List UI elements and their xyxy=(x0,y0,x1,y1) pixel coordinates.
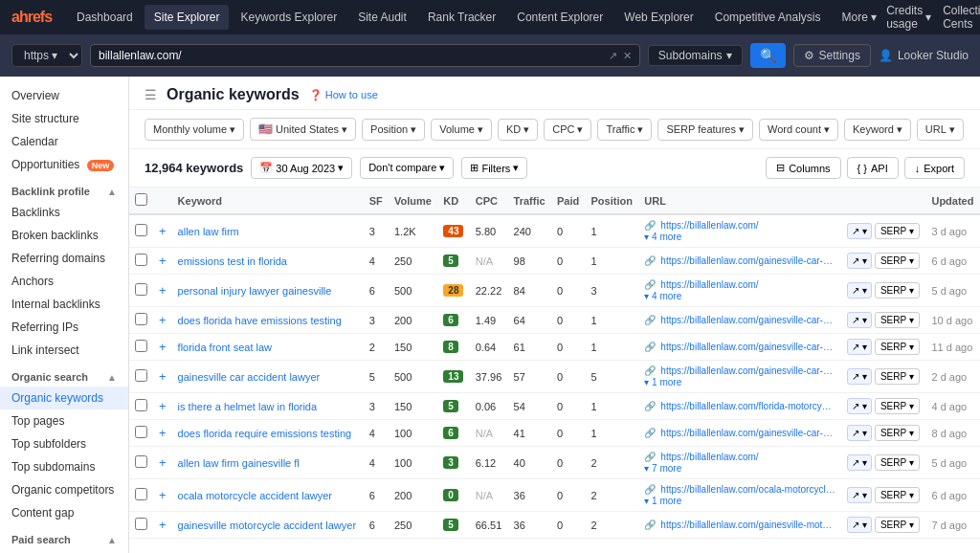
url-link-0[interactable]: https://billallenlaw.com/ xyxy=(660,220,758,231)
trend-btn-4[interactable]: ↗ ▾ xyxy=(847,339,872,355)
subdomains-select[interactable]: Subdomains ▾ xyxy=(648,45,743,66)
url-link-1[interactable]: https://billallenlaw.com/gainesville-car… xyxy=(660,255,835,266)
sidebar-item-referring-ips[interactable]: Referring IPs xyxy=(0,316,128,339)
keyword-link-3[interactable]: does florida have emissions testing xyxy=(178,315,342,326)
select-all-checkbox[interactable] xyxy=(135,193,147,206)
word-count-filter[interactable]: Word count ▾ xyxy=(759,119,838,141)
add-icon-2[interactable]: + xyxy=(159,283,167,298)
sidebar-item-top-pages[interactable]: Top pages xyxy=(0,409,128,432)
more-link-2[interactable]: ▾ 4 more xyxy=(644,291,835,301)
row-checkbox-5[interactable] xyxy=(135,369,147,382)
serp-btn-8[interactable]: SERP ▾ xyxy=(875,454,920,471)
more-link-9[interactable]: ▾ 1 more xyxy=(644,496,835,506)
th-paid[interactable]: Paid xyxy=(551,188,586,214)
trend-btn-10[interactable]: ↗ ▾ xyxy=(847,517,872,533)
nav-site-explorer[interactable]: Site Explorer xyxy=(145,5,230,30)
th-volume[interactable]: Volume xyxy=(389,188,437,214)
row-checkbox-8[interactable] xyxy=(135,455,147,468)
url-link-4[interactable]: https://billallenlaw.com/gainesville-car… xyxy=(660,342,835,352)
export-btn[interactable]: ↓ Export xyxy=(904,157,965,179)
credits-usage-btn[interactable]: Credits usage ▾ xyxy=(886,4,931,31)
date-filter-btn[interactable]: 📅 30 Aug 2023 ▾ xyxy=(251,157,352,179)
serp-btn-1[interactable]: SERP ▾ xyxy=(875,253,920,269)
row-checkbox-2[interactable] xyxy=(135,283,147,296)
section-organic-search[interactable]: Organic search ▲ xyxy=(0,362,128,387)
add-icon-4[interactable]: + xyxy=(159,340,167,354)
add-icon-3[interactable]: + xyxy=(159,313,167,327)
hamburger-icon[interactable]: ☰ xyxy=(145,87,157,102)
sidebar-item-top-subfolders[interactable]: Top subfolders xyxy=(0,432,128,455)
nav-site-audit[interactable]: Site Audit xyxy=(348,5,416,30)
sidebar-item-internal-backlinks[interactable]: Internal backlinks xyxy=(0,293,128,316)
row-checkbox-10[interactable] xyxy=(135,518,147,530)
url-link-5[interactable]: https://billallenlaw.com/gainesville-car… xyxy=(660,365,835,376)
volume-filter[interactable]: Volume ▾ xyxy=(431,119,492,141)
add-icon-5[interactable]: + xyxy=(159,369,167,384)
traffic-filter[interactable]: Traffic ▾ xyxy=(597,119,652,141)
sidebar-item-referring-domains[interactable]: Referring domains xyxy=(0,247,128,270)
keyword-link-6[interactable]: is there a helmet law in florida xyxy=(178,401,318,412)
serp-btn-9[interactable]: SERP ▾ xyxy=(875,487,920,503)
serp-btn-7[interactable]: SERP ▾ xyxy=(875,425,920,441)
section-paid-search[interactable]: Paid search ▲ xyxy=(0,524,128,549)
serp-btn-5[interactable]: SERP ▾ xyxy=(875,368,920,385)
sidebar-item-site-structure[interactable]: Site structure xyxy=(0,107,128,130)
sidebar-item-backlinks[interactable]: Backlinks xyxy=(0,201,128,224)
trend-btn-5[interactable]: ↗ ▾ xyxy=(847,368,872,385)
filters-btn[interactable]: ⊞ Filters ▾ xyxy=(461,157,527,179)
add-icon-8[interactable]: + xyxy=(159,455,167,470)
add-icon-9[interactable]: + xyxy=(159,488,167,502)
more-link-8[interactable]: ▾ 7 more xyxy=(644,463,835,474)
nav-rank-tracker[interactable]: Rank Tracker xyxy=(418,5,505,30)
url-link-6[interactable]: https://billallenlaw.com/florida-motorcy… xyxy=(660,401,835,411)
nav-content-explorer[interactable]: Content Explorer xyxy=(507,5,612,30)
th-position[interactable]: Position xyxy=(586,188,639,214)
trend-btn-3[interactable]: ↗ ▾ xyxy=(847,312,872,328)
search-button[interactable]: 🔍 xyxy=(750,43,786,68)
url-link-3[interactable]: https://billallenlaw.com/gainesville-car… xyxy=(660,315,835,325)
clear-url-icon[interactable]: ✕ xyxy=(623,50,632,62)
how-to-use-link[interactable]: ❓ How to use xyxy=(309,89,378,101)
sidebar-item-opportunities[interactable]: Opportunities New xyxy=(0,153,128,176)
sidebar-item-broken-backlinks[interactable]: Broken backlinks xyxy=(0,224,128,247)
sidebar-item-organic-competitors[interactable]: Organic competitors xyxy=(0,478,128,501)
row-checkbox-0[interactable] xyxy=(135,224,147,236)
serp-btn-0[interactable]: SERP ▾ xyxy=(875,223,920,239)
serp-btn-6[interactable]: SERP ▾ xyxy=(875,398,920,414)
url-filter[interactable]: URL ▾ xyxy=(917,119,964,141)
url-link-2[interactable]: https://billallenlaw.com/ xyxy=(660,279,758,290)
add-icon-6[interactable]: + xyxy=(159,399,167,413)
keyword-link-7[interactable]: does florida require emissions testing xyxy=(178,428,352,439)
add-icon-0[interactable]: + xyxy=(159,224,167,238)
add-icon-1[interactable]: + xyxy=(159,254,167,268)
columns-btn[interactable]: ⊟ Columns xyxy=(766,157,840,179)
keyword-link-1[interactable]: emissions test in florida xyxy=(178,255,287,267)
sidebar-item-link-intersect[interactable]: Link intersect xyxy=(0,339,128,362)
url-link-9[interactable]: https://billallenlaw.com/ocala-motorcycl… xyxy=(660,484,835,495)
sidebar-item-content-gap[interactable]: Content gap xyxy=(0,501,128,524)
monthly-volume-filter[interactable]: Monthly volume ▾ xyxy=(145,119,244,141)
add-icon-7[interactable]: + xyxy=(159,426,167,440)
country-filter[interactable]: 🇺🇸 United States ▾ xyxy=(250,118,356,141)
url-link-8[interactable]: https://billallenlaw.com/ xyxy=(660,452,758,462)
keyword-link-8[interactable]: allen law firm gainesville fl xyxy=(178,457,300,469)
keyword-link-9[interactable]: ocala motorcycle accident lawyer xyxy=(178,490,332,501)
nav-web-explorer[interactable]: Web Explorer xyxy=(614,5,702,30)
trend-btn-1[interactable]: ↗ ▾ xyxy=(847,253,872,269)
protocol-select[interactable]: https ▾ xyxy=(11,44,82,67)
row-checkbox-1[interactable] xyxy=(135,254,147,266)
serp-btn-2[interactable]: SERP ▾ xyxy=(875,282,920,299)
section-backlink-profile[interactable]: Backlink profile ▲ xyxy=(0,176,128,201)
collecting-cents-btn[interactable]: Collecting Cents xyxy=(943,4,980,31)
row-checkbox-9[interactable] xyxy=(135,488,147,500)
nav-more[interactable]: More ▾ xyxy=(832,5,886,30)
trend-btn-2[interactable]: ↗ ▾ xyxy=(847,282,872,299)
nav-dashboard[interactable]: Dashboard xyxy=(67,5,143,30)
url-link-7[interactable]: https://billallenlaw.com/gainesville-car… xyxy=(660,428,835,438)
sidebar-item-anchors[interactable]: Anchors xyxy=(0,270,128,293)
trend-btn-9[interactable]: ↗ ▾ xyxy=(847,487,872,503)
nav-keywords-explorer[interactable]: Keywords Explorer xyxy=(231,5,346,30)
nav-competitive-analysis[interactable]: Competitive Analysis xyxy=(705,5,831,30)
sidebar-item-calendar[interactable]: Calendar xyxy=(0,130,128,153)
th-keyword[interactable]: Keyword xyxy=(172,188,364,214)
